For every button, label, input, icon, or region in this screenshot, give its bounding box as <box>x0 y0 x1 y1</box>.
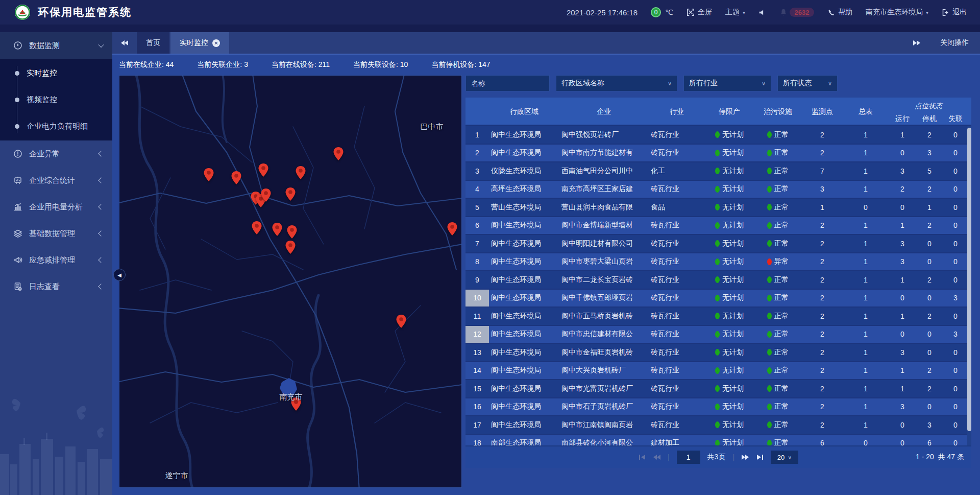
meter-count-cell: 1 <box>843 290 889 307</box>
table-row[interactable]: 1阆中生态环境局阆中强锐页岩砖厂砖瓦行业无计划正常21120 <box>465 126 971 145</box>
help-button[interactable]: 帮助 <box>827 8 852 17</box>
monitor-count-cell: 3 <box>802 181 843 198</box>
tab-close-icon[interactable]: ✕ <box>212 39 220 47</box>
status-dot-icon <box>767 313 772 319</box>
tab[interactable]: 实时监控✕ <box>170 32 229 54</box>
table-row[interactable]: 4高坪生态环境局南充市高坪区王家店建砖瓦行业无计划正常31220 <box>465 181 971 199</box>
table-row[interactable]: 15阆中生态环境局阆中市光富页岩机砖厂砖瓦行业无计划正常21120 <box>465 380 971 398</box>
monitor-count-cell: 2 <box>802 253 843 271</box>
fullscreen-button[interactable]: 全屏 <box>687 8 712 17</box>
tabs-scroll-left-button[interactable] <box>112 32 137 54</box>
run-count-cell: 0 <box>889 416 916 434</box>
table-row[interactable]: 10阆中生态环境局阆中千佛镇五郎垭页岩砖瓦行业无计划正常21003 <box>465 290 971 308</box>
table-row[interactable]: 12阆中生态环境局阆中市忠信建材有限公砖瓦行业无计划正常21003 <box>465 326 971 344</box>
industry-cell: 砖瓦行业 <box>649 326 705 343</box>
map-marker[interactable] <box>332 146 345 163</box>
row-number-cell: 8 <box>465 253 489 271</box>
table-row[interactable]: 9阆中生态环境局阆中市二龙长宝页岩砖砖瓦行业无计划正常21120 <box>465 271 971 290</box>
sidebar-subitem[interactable]: 企业电力负荷明细 <box>0 113 112 139</box>
stop-limit-cell: 无计划 <box>705 344 754 361</box>
temperature-widget: 0 ℃ <box>651 7 673 17</box>
halt-count-cell: 2 <box>916 181 943 198</box>
map-marker[interactable] <box>271 222 284 239</box>
map-collapse-button[interactable]: ◀ <box>113 269 126 281</box>
sidebar-item[interactable]: 日志查看 <box>0 273 112 300</box>
table-row[interactable]: 5营山生态环境局营山县润丰肉食品有限食品无计划正常10010 <box>465 199 971 217</box>
table-row[interactable]: 6阆中生态环境局阆中市金博瑞新型墙材砖瓦行业无计划正常21120 <box>465 217 971 235</box>
sidebar-item[interactable]: 基础数据管理 <box>0 220 112 247</box>
logout-button[interactable]: 退出 <box>942 8 967 17</box>
monitor-count-cell: 2 <box>802 290 843 307</box>
table-row[interactable]: 18南部生态环境局南部县砖化小河有限公建材加工无计划正常60060 <box>465 435 971 446</box>
map-marker[interactable] <box>294 165 307 182</box>
sidebar-subitem[interactable]: 实时监控 <box>0 60 112 86</box>
sidebar-item[interactable]: 企业异常 <box>0 140 112 167</box>
sidebar-item[interactable]: 应急减排管理 <box>0 247 112 273</box>
map-marker[interactable] <box>284 186 297 204</box>
sidebar-subitem-label: 企业电力负荷明细 <box>27 122 88 131</box>
sidebar-item[interactable]: 企业综合统计 <box>0 167 112 194</box>
meter-count-cell: 1 <box>843 344 889 361</box>
status-dot-icon <box>715 150 720 156</box>
alert-circle-icon <box>13 149 22 158</box>
map-marker[interactable] <box>257 162 270 180</box>
lost-count-cell: 0 <box>943 145 968 162</box>
enterprise-cell: 阆中市南方节能建材有 <box>559 145 649 162</box>
point-status-group-header: 点位状态 <box>889 98 968 112</box>
map-marker[interactable] <box>259 187 273 205</box>
halt-count-cell: 5 <box>916 162 943 180</box>
table-row[interactable]: 11阆中生态环境局阆中市五马桥页岩机砖砖瓦行业无计划正常21120 <box>465 308 971 326</box>
table-scrollbar-thumb[interactable] <box>967 128 971 431</box>
map-city-label: 巴中市 <box>421 122 444 132</box>
org-menu-button[interactable]: 南充市生态环境局 ▾ <box>866 8 928 17</box>
table-row[interactable]: 14阆中生态环境局阆中大兴页岩机砖厂砖瓦行业无计划正常21120 <box>465 362 971 381</box>
sidebar-item[interactable]: 数据监测 <box>0 32 112 59</box>
name-filter-input[interactable] <box>465 75 550 91</box>
map-marker[interactable] <box>446 221 459 239</box>
map-marker[interactable] <box>250 220 263 238</box>
page-number-input[interactable] <box>677 451 700 464</box>
table-row[interactable]: 7阆中生态环境局阆中明阳建材有限公司砖瓦行业无计划正常21300 <box>465 235 971 253</box>
table-row[interactable]: 16阆中生态环境局阆中市石子页岩机砖厂砖瓦行业无计划正常21300 <box>465 398 971 417</box>
industry-cell: 砖瓦行业 <box>649 126 705 144</box>
total-pages-label: 共3页 <box>707 453 726 462</box>
map-marker[interactable] <box>285 224 299 242</box>
double-chevron-right-icon[interactable] <box>913 40 921 46</box>
industry-filter-select[interactable]: 所有行业 ∨ <box>683 75 771 91</box>
table-row[interactable]: 8阆中生态环境局阆中市枣碧大梁山页岩砖瓦行业无计划异常21300 <box>465 253 971 272</box>
industry-cell: 砖瓦行业 <box>649 217 705 234</box>
table-scrollbar[interactable] <box>967 126 971 445</box>
notification-widget[interactable]: 2632 <box>779 8 814 17</box>
first-page-button[interactable] <box>639 454 646 460</box>
close-operations-button[interactable]: 关闭操作 <box>940 38 969 48</box>
stats-board-icon <box>13 176 22 185</box>
sidebar-subitem[interactable]: 视频监控 <box>0 86 112 113</box>
table-row[interactable]: 3仪陇生态环境局西南油气田分公司川中化工无计划正常71350 <box>465 162 971 181</box>
tab[interactable]: 首页 <box>137 32 169 54</box>
halt-count-cell: 2 <box>916 308 943 325</box>
map-marker[interactable] <box>230 170 243 187</box>
stop-limit-cell: 无计划 <box>705 126 754 144</box>
region-filter-select[interactable]: 行政区域名称 ∨ <box>556 75 677 91</box>
next-page-button[interactable] <box>742 454 749 460</box>
prev-page-button[interactable] <box>653 454 660 460</box>
map-marker[interactable] <box>284 240 297 257</box>
theme-menu-button[interactable]: 主题 ▾ <box>725 8 745 17</box>
table-row[interactable]: 13阆中生态环境局阆中市金福旺页岩机砖砖瓦行业无计划正常21300 <box>465 344 971 362</box>
map-marker[interactable] <box>395 314 408 331</box>
region-cell: 阆中生态环境局 <box>489 326 559 343</box>
status-filter-select[interactable]: 所有状态 ∨ <box>777 75 838 91</box>
map-marker[interactable] <box>202 167 215 184</box>
last-page-button[interactable] <box>756 454 764 460</box>
page-size-select[interactable]: 20 ∨ <box>771 451 798 464</box>
table-row[interactable]: 17阆中生态环境局阆中市江南镇阆南页岩砖瓦行业无计划正常21030 <box>465 416 971 435</box>
sound-mute-button[interactable] <box>758 9 766 16</box>
map-panel[interactable]: 巴中市南充市遂宁市 ◀ <box>119 75 462 488</box>
region-cell: 阆中生态环境局 <box>489 253 559 271</box>
lost-count-cell: 0 <box>943 217 968 234</box>
sidebar-item[interactable]: 企业用电量分析 <box>0 194 112 220</box>
status-dot-icon <box>767 204 772 210</box>
table-row[interactable]: 2阆中生态环境局阆中市南方节能建材有砖瓦行业无计划正常21030 <box>465 145 971 163</box>
meter-count-cell: 1 <box>843 235 889 252</box>
region-cell: 阆中生态环境局 <box>489 380 559 397</box>
